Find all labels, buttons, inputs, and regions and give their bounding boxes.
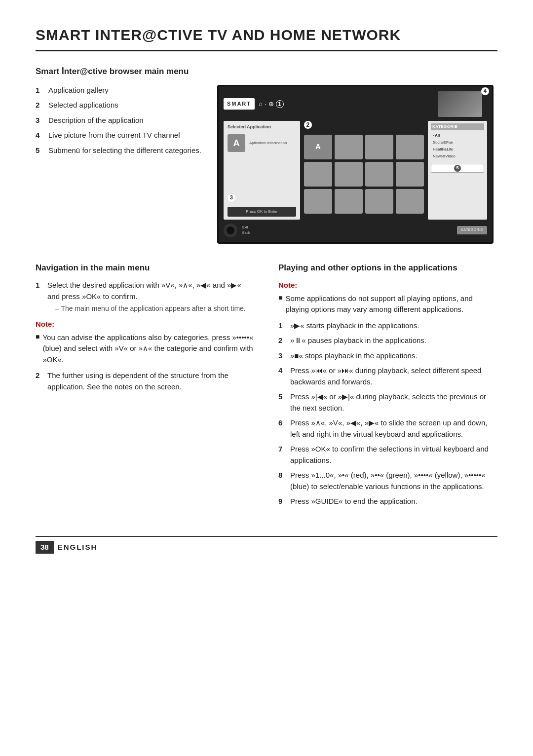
play-item-5: 5 Press »|◀« or »▶|« during playback, se…: [278, 391, 497, 414]
play-num-9: 9: [278, 496, 286, 507]
play-item-4: 4 Press »⏮« or »⏭« during playback, sele…: [278, 365, 497, 387]
kategorie-item-health: Health&Life: [431, 146, 484, 153]
main-title: SMART INTER@CTIVE TV AND HOME NETWORK: [36, 24, 497, 51]
list-num-3: 3: [36, 115, 44, 126]
tv-left-panel: Selected Application A Aplication inform…: [224, 121, 300, 220]
playing-title: Playing and other options in the applica…: [278, 262, 497, 274]
press-ok-label: Press OK to Enter: [246, 209, 277, 215]
app-cell-9: [335, 189, 363, 214]
kategorie-box: KATEGORİE · All Social&Fun Health&Life N…: [428, 121, 487, 220]
tv-bottom-bar: Exit Back KATEGORİE: [224, 224, 487, 237]
play-num-6: 6: [278, 417, 286, 440]
nav-text-2: The further using is dependent of the st…: [47, 371, 228, 391]
nav-item-1: 1 Select the desired application with »V…: [36, 280, 255, 314]
list-num-1: 1: [36, 85, 44, 96]
app-cell-3: [396, 135, 424, 159]
nav-content-1: Select the desired application with »V«,…: [47, 280, 255, 314]
back-label: Back: [242, 230, 250, 236]
navigation-note-block: Note: ■ You can advise the applications …: [36, 319, 255, 365]
badge-4: 4: [481, 87, 489, 95]
tv-top-bar: SMART ⌂ · ⊕ 1 4: [224, 91, 487, 117]
app-cell-10: [365, 189, 393, 214]
tv-screen: SMART ⌂ · ⊕ 1 4 Selected Application A: [217, 85, 494, 244]
play-item-1: 1 »▶« starts playback in the application…: [278, 320, 497, 332]
nav-num-1: 1: [36, 280, 43, 314]
play-num-7: 7: [278, 444, 286, 466]
tv-logo: SMART: [224, 98, 255, 110]
badge-1: 1: [276, 100, 284, 108]
list-item-5: 5 Submenü for selecting the different ca…: [36, 145, 201, 156]
home-icon: ⌂: [259, 99, 263, 109]
remote-inner: [227, 227, 234, 234]
kategorie-title: KATEGORİE: [431, 123, 484, 130]
language-label: ENGLISH: [58, 542, 98, 553]
list-item-1: 1 Application gallery: [36, 85, 201, 96]
bullet-icon: ■: [36, 332, 39, 366]
list-item-4: 4 Live picture from the current TV chann…: [36, 130, 201, 141]
playing-note-label: Note:: [278, 280, 497, 291]
navigation-note-text: You can advise the applications also by …: [42, 332, 255, 366]
play-text-4: Press »⏮« or »⏭« during playback, select…: [290, 365, 497, 387]
browser-section-title: Smart İnter@ctive browser main menu: [36, 65, 497, 78]
app-cell-7: [396, 162, 424, 187]
nav-subitem-1: – The main menu of the application appea…: [47, 303, 255, 314]
nav-item-2: 2 The further using is dependent of the …: [36, 370, 255, 392]
play-text-8: Press »1...0«, »•« (red), »••« (green), …: [290, 470, 497, 492]
navigation-section: Navigation in the main menu 1 Select the…: [36, 262, 255, 512]
badge-2: 2: [304, 121, 312, 129]
list-item-2: 2 Selected applications: [36, 100, 201, 111]
playing-note-block: Note: ■ Some applications do not support…: [278, 280, 497, 315]
list-num-2: 2: [36, 100, 44, 111]
playing-bullet-icon: ■: [278, 293, 282, 315]
playing-note-text: Some applications do not support all pla…: [285, 293, 497, 315]
play-item-6: 6 Press »∧«, »V«, »◀«, »▶« to slide the …: [278, 417, 497, 440]
back-exit-labels: Exit Back: [242, 225, 250, 235]
remote-back-button: [224, 224, 237, 237]
navigation-note-bullet: ■ You can advise the applications also b…: [36, 332, 255, 366]
playing-note-bullet: ■ Some applications do not support all p…: [278, 293, 497, 315]
nav-num-2: 2: [36, 370, 43, 392]
list-text-3: Description of the application: [48, 115, 144, 126]
play-num-1: 1: [278, 320, 286, 332]
play-item-3: 3 »■« stops playback in the applications…: [278, 350, 497, 362]
bottom-sections: Navigation in the main menu 1 Select the…: [36, 262, 497, 512]
app-cell-2: [365, 135, 393, 159]
play-text-6: Press »∧«, »V«, »◀«, »▶« to slide the sc…: [290, 417, 497, 440]
play-item-7: 7 Press »OK« to confirm the selections i…: [278, 444, 497, 466]
list-num-4: 4: [36, 130, 44, 141]
play-text-5: Press »|◀« or »▶|« during playback, sele…: [290, 391, 497, 414]
list-text-2: Selected applications: [48, 100, 118, 111]
app-cell-11: [396, 189, 424, 214]
playing-list: 1 »▶« starts playback in the application…: [278, 320, 497, 507]
exit-label: Exit: [242, 225, 250, 230]
play-num-2: 2: [278, 335, 286, 346]
kategorie-item-social: Social&Fun: [431, 139, 484, 146]
nav-text-1: Select the desired application with »V«,…: [47, 281, 241, 301]
page-footer: 38 ENGLISH: [36, 536, 497, 554]
app-cell-8: [304, 189, 332, 214]
badge-5: 5: [454, 165, 461, 172]
list-item-3: 3 Description of the application: [36, 115, 201, 126]
play-text-1: »▶« starts playback in the applications.: [290, 320, 497, 332]
dot-icon: ·: [265, 99, 266, 109]
navigation-note-label: Note:: [36, 319, 255, 330]
list-text-4: Live picture from the current TV channel: [48, 130, 180, 141]
tv-right-panel: KATEGORİE · All Social&Fun Health&Life N…: [428, 121, 487, 220]
list-text-5: Submenü for selecting the different cate…: [48, 145, 201, 156]
tv-center-panel: 2 A: [304, 121, 424, 220]
kategorie-button: KATEGORİE: [457, 226, 487, 234]
top-section: 1 Application gallery 2 Selected applica…: [36, 85, 497, 244]
play-text-7: Press »OK« to confirm the selections in …: [290, 444, 497, 466]
playing-section: Playing and other options in the applica…: [278, 262, 497, 512]
navigation-list: 1 Select the desired application with »V…: [36, 280, 255, 314]
play-num-5: 5: [278, 391, 286, 414]
tv-icons: ⌂ · ⊕ 1: [259, 99, 283, 109]
play-num-8: 8: [278, 470, 286, 492]
live-picture: [438, 91, 482, 117]
list-num-5: 5: [36, 145, 44, 156]
play-text-2: »⏸« pauses playback in the applications.: [290, 335, 497, 346]
app-cell-5: [335, 162, 363, 187]
kategorie-item-news: News&Video: [431, 153, 484, 160]
tv-center-top: 2: [304, 121, 424, 129]
list-text-1: Application gallery: [48, 85, 109, 96]
